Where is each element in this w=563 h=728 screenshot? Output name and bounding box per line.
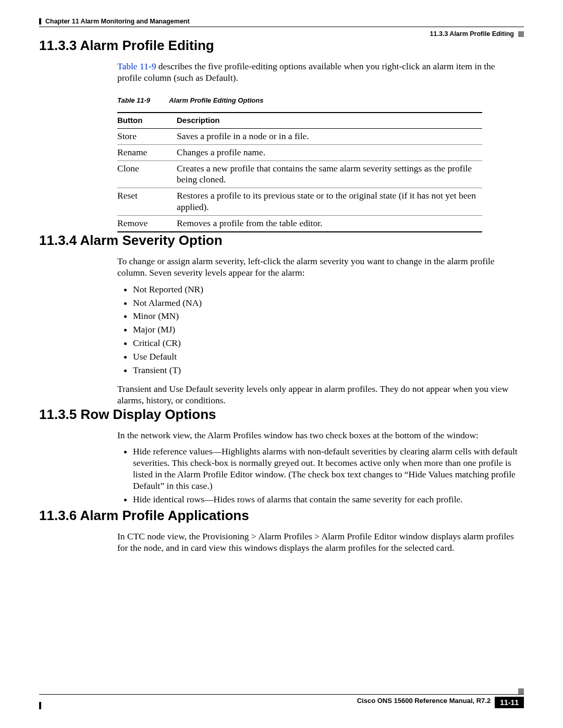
section-11-3-3-body: Table 11-9 describes the five profile-ed… [117, 61, 519, 232]
severity-list: Not Reported (NR) Not Alarmed (NA) Minor… [117, 284, 519, 376]
header-rule [39, 27, 524, 27]
footer-square-icon [518, 688, 524, 694]
table-row: ResetRestores a profile to its previous … [117, 188, 482, 216]
page: Chapter 11 Alarm Monitoring and Manageme… [0, 0, 563, 728]
heading-11-3-4: 11.3.4 Alarm Severity Option [39, 232, 524, 249]
list-item: Not Alarmed (NA) [133, 298, 519, 309]
para-11-3-4-1: To change or assign alarm severity, left… [117, 256, 519, 279]
para-11-3-3: Table 11-9 describes the five profile-ed… [117, 61, 519, 84]
heading-11-3-6: 11.3.6 Alarm Profile Applications [39, 508, 524, 524]
heading-11-3-3: 11.3.3 Alarm Profile Editing [39, 38, 524, 54]
chapter-title: Chapter 11 Alarm Monitoring and Manageme… [45, 18, 190, 25]
table-11-9: Button Description StoreSaves a profile … [117, 112, 482, 232]
section-11-3-6-body: In CTC node view, the Provisioning > Ala… [117, 531, 519, 554]
para-11-3-5-1: In the network view, the Alarm Profiles … [117, 430, 519, 441]
table-row: StoreSaves a profile in a node or in a f… [117, 128, 482, 144]
cell-desc: Restores a profile to its previous state… [177, 188, 482, 216]
th-button: Button [117, 113, 177, 128]
table-title: Alarm Profile Editing Options [169, 96, 263, 104]
row-display-list: Hide reference values—Highlights alarms … [117, 446, 519, 505]
list-item: Use Default [133, 351, 519, 363]
manual-title: Cisco ONS 15600 Reference Manual, R7.2 [44, 697, 495, 705]
footer-rule [39, 694, 524, 695]
table-row: RenameChanges a profile name. [117, 144, 482, 161]
list-item: Not Reported (NR) [133, 284, 519, 295]
cell-desc: Changes a profile name. [177, 144, 482, 161]
cell-button: Store [117, 128, 177, 144]
list-item: Hide reference values—Highlights alarms … [133, 446, 519, 492]
table-11-9-caption: Table 11-9 Alarm Profile Editing Options [117, 96, 519, 105]
page-number-badge: 11-11 [495, 697, 524, 708]
footer-left-bar-icon [39, 702, 41, 709]
table-row: CloneCreates a new profile that contains… [117, 161, 482, 188]
table-row: RemoveRemoves a profile from the table e… [117, 216, 482, 232]
list-item: Transient (T) [133, 365, 519, 376]
header-square-icon [518, 31, 524, 37]
cell-button: Rename [117, 144, 177, 161]
para-11-3-4-2: Transient and Use Default severity level… [117, 384, 519, 406]
para-11-3-3-text: describes the five profile-editing optio… [117, 61, 495, 83]
cell-button: Clone [117, 161, 177, 188]
heading-11-3-5: 11.3.5 Row Display Options [39, 406, 524, 423]
list-item: Minor (MN) [133, 311, 519, 322]
list-item: Major (MJ) [133, 324, 519, 336]
running-header: Chapter 11 Alarm Monitoring and Manageme… [39, 18, 524, 25]
section-11-3-5-body: In the network view, the Alarm Profiles … [117, 430, 519, 505]
header-bar-icon [39, 18, 41, 24]
para-11-3-6-1: In CTC node view, the Provisioning > Ala… [117, 531, 519, 554]
section-11-3-4-body: To change or assign alarm severity, left… [117, 256, 519, 406]
cell-desc: Saves a profile in a node or in a file. [177, 128, 482, 144]
list-item: Hide identical rows—Hides rows of alarms… [133, 494, 519, 505]
running-subheader: 11.3.3 Alarm Profile Editing [39, 30, 524, 38]
section-label: 11.3.3 Alarm Profile Editing [430, 30, 514, 38]
cell-desc: Creates a new profile that contains the … [177, 161, 482, 188]
xref-table-11-9[interactable]: Table 11-9 [117, 61, 156, 71]
table-number: Table 11-9 [117, 96, 167, 105]
page-footer: Cisco ONS 15600 Reference Manual, R7.2 1… [39, 696, 524, 708]
cell-desc: Removes a profile from the table editor. [177, 216, 482, 232]
cell-button: Reset [117, 188, 177, 216]
th-description: Description [177, 113, 482, 128]
cell-button: Remove [117, 216, 177, 232]
list-item: Critical (CR) [133, 338, 519, 349]
